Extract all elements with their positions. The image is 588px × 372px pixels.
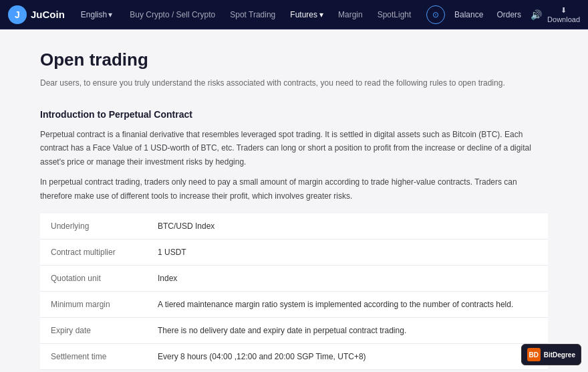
logo-text: JuCoin	[31, 9, 65, 20]
table-row: Underlying BTC/USD Index	[40, 213, 548, 240]
table-cell-label: Settlement time	[40, 343, 147, 369]
bitdegree-label: BitDegree	[544, 351, 575, 359]
section-intro: Introduction to Perpetual Contract Perpe…	[40, 109, 548, 203]
table-cell-value: BTC/USD Index	[147, 213, 548, 240]
logo[interactable]: J JuCoin	[8, 5, 65, 24]
table-row: Minimum margin A tiered maintenance marg…	[40, 291, 548, 317]
main-content: Open trading Dear users, to ensure you t…	[0, 29, 588, 372]
orders-button[interactable]: Orders	[492, 7, 525, 22]
logo-icon: J	[8, 5, 27, 24]
download-icon: ⬇	[561, 6, 567, 15]
page-subtitle: Dear users, to ensure you truly understa…	[40, 77, 548, 89]
table-row: Quotation unit Index	[40, 265, 548, 291]
search-icon: ⊙	[432, 10, 439, 19]
table-row: Expiry date There is no delivery date an…	[40, 317, 548, 343]
table-cell-value: Every 8 hours (04:00 ,12:00 and 20:00 SG…	[147, 343, 548, 369]
download-button[interactable]: ⬇ Download	[547, 6, 580, 23]
search-button[interactable]: ⊙	[426, 5, 445, 24]
table-cell-value: There is no delivery date and expiry dat…	[147, 317, 548, 343]
nav-margin[interactable]: Margin	[331, 7, 370, 22]
nav-spotlight[interactable]: SpotLight	[371, 7, 418, 22]
chevron-down-icon: ▾	[319, 10, 323, 19]
table-cell-label: Expiry date	[40, 317, 147, 343]
nav-futures[interactable]: Futures ▾	[283, 7, 330, 22]
balance-button[interactable]: Balance	[450, 7, 487, 22]
section-intro-para2: In perpetual contract trading, traders o…	[40, 175, 548, 203]
table-row: Contract multiplier 1 USDT	[40, 239, 548, 265]
table-cell-label: Quotation unit	[40, 265, 147, 291]
contract-info-table: Underlying BTC/USD Index Contract multip…	[40, 213, 548, 370]
table-cell-label: Minimum margin	[40, 291, 147, 317]
section-intro-title: Introduction to Perpetual Contract	[40, 109, 548, 120]
nav-spot-trading[interactable]: Spot Trading	[223, 7, 282, 22]
page-title: Open trading	[40, 50, 548, 70]
navbar: J JuCoin English ▾ Buy Crypto / Sell Cry…	[0, 0, 588, 29]
bitdegree-icon: BD	[527, 348, 541, 361]
speaker-button[interactable]: 🔊	[531, 9, 542, 20]
table-cell-label: Underlying	[40, 213, 147, 240]
section-intro-para1: Perpetual contract is a finanial derivat…	[40, 128, 548, 169]
table-cell-label: Contract multiplier	[40, 239, 147, 265]
table-cell-value: 1 USDT	[147, 239, 548, 265]
chevron-down-icon: ▾	[108, 10, 112, 19]
table-cell-value: Index	[147, 265, 548, 291]
nav-right: ⊙ Balance Orders 🔊 ⬇ Download	[426, 5, 580, 24]
table-row: Settlement time Every 8 hours (04:00 ,12…	[40, 343, 548, 369]
nav-buy-crypto[interactable]: Buy Crypto / Sell Crypto	[123, 7, 222, 22]
bitdegree-badge[interactable]: BD BitDegree	[521, 344, 581, 365]
nav-links: Buy Crypto / Sell Crypto Spot Trading Fu…	[123, 7, 421, 22]
table-cell-value: A tiered maintenance margin ratio system…	[147, 291, 548, 317]
speaker-icon: 🔊	[531, 9, 542, 20]
language-selector[interactable]: English ▾	[76, 7, 118, 22]
